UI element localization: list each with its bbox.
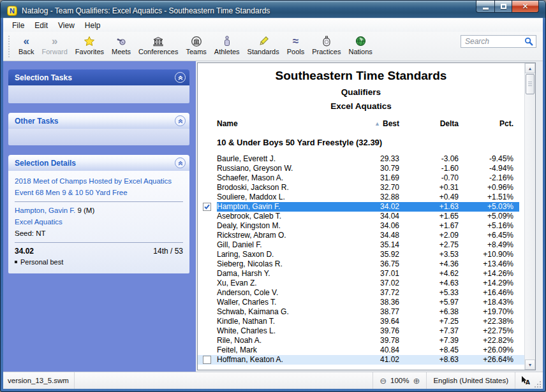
minimize-button[interactable]	[476, 1, 494, 13]
row-checkbox-cell[interactable]	[198, 212, 217, 221]
forward-icon: »	[52, 35, 57, 47]
pct-value: +5.03%	[459, 202, 519, 212]
row-checkbox-cell[interactable]	[198, 240, 217, 250]
row-checkbox-cell[interactable]	[198, 259, 217, 269]
maximize-button[interactable]	[494, 1, 512, 13]
col-delta[interactable]: Delta	[399, 119, 459, 128]
table-row[interactable]: Laring, Saxon D. 35.92 +3.53 +10.90%	[198, 250, 524, 259]
row-checkbox-cell[interactable]	[198, 326, 217, 336]
menu-edit[interactable]: Edit	[29, 20, 53, 31]
row-checkbox-cell[interactable]	[198, 298, 217, 307]
other-tasks-header[interactable]: Other Tasks	[8, 113, 189, 129]
col-pct[interactable]: Pct.	[459, 119, 519, 128]
row-checkbox-cell[interactable]	[198, 355, 217, 365]
table-row[interactable]: White, Charles L. 39.76 +7.37 +22.75%	[198, 326, 524, 336]
table-row[interactable]: Baurle, Everett J. 29.33 -3.06 -9.45%	[198, 154, 524, 164]
row-checkbox-cell[interactable]	[198, 173, 217, 183]
toolbar-grip[interactable]	[8, 36, 11, 57]
scrollbar-thumb[interactable]	[526, 74, 535, 94]
toolbar: « Back » Forward Favorites Meets Confere…	[3, 32, 543, 61]
scroll-down-button[interactable]: ▼	[525, 359, 535, 370]
table-row[interactable]: Hoffman, Keaton A. 41.02 +8.63 +26.64%	[198, 355, 524, 365]
table-row[interactable]: Hampton, Gavin F. 34.02 +1.63 +5.03%	[198, 202, 524, 212]
best-time: 38.36	[339, 298, 399, 307]
event-link[interactable]: Event 68 Men 9 & 10 50 Yard Free	[15, 187, 183, 198]
table-row[interactable]: Rickstrew, Abram O. 34.48 +2.09 +6.45%	[198, 231, 524, 240]
nations-button[interactable]: Nations	[345, 34, 376, 56]
athlete-name: Souliere, Maddox L.	[217, 192, 339, 202]
table-row[interactable]: Schwab, Kaimana G. 38.77 +6.38 +19.70%	[198, 307, 524, 317]
delta-value: +4.62	[399, 269, 459, 279]
back-button[interactable]: « Back	[15, 34, 38, 56]
col-name[interactable]: Name	[217, 119, 339, 128]
language-indicator[interactable]: English (United States)	[426, 372, 515, 389]
best-time: 37.02	[339, 279, 399, 288]
titlebar[interactable]: N Natalog - Team Qualifiers: Excel Aquat…	[1, 1, 545, 18]
best-time: 35.92	[339, 250, 399, 259]
meets-button[interactable]: Meets	[108, 34, 135, 56]
row-checkbox-cell[interactable]	[198, 345, 217, 355]
table-row[interactable]: Gill, Daniel F. 35.14 +2.75 +8.49%	[198, 240, 524, 250]
table-row[interactable]: Brodoski, Jackson R. 32.70 +0.31 +0.96%	[198, 183, 524, 192]
practices-button[interactable]: Practices	[308, 34, 344, 56]
standards-button[interactable]: Standards	[244, 34, 283, 56]
collapse-chevron-icon[interactable]	[175, 72, 186, 83]
best-time: 32.70	[339, 183, 399, 192]
close-button[interactable]: ✕	[512, 1, 539, 13]
row-checkbox-cell[interactable]	[198, 250, 217, 259]
table-row[interactable]: Russiano, Greyson W. 30.79 -1.60 -4.94%	[198, 164, 524, 173]
athletes-button[interactable]: Athletes	[210, 34, 244, 56]
collapse-chevron-icon[interactable]	[175, 157, 186, 168]
scrollbar-track[interactable]	[525, 95, 535, 359]
row-checkbox-cell[interactable]	[198, 288, 217, 298]
table-row[interactable]: Sieberg, Nicolas R. 36.75 +4.36 +13.46%	[198, 259, 524, 269]
row-checkbox-cell[interactable]	[198, 221, 217, 231]
row-checkbox-cell[interactable]	[198, 154, 217, 164]
table-row[interactable]: Souliere, Maddox L. 32.88 +0.49 +1.51%	[198, 192, 524, 202]
row-checkbox-cell[interactable]	[198, 317, 217, 326]
table-row[interactable]: Kindle, Nathan T. 39.64 +7.25 +22.38%	[198, 317, 524, 326]
conferences-button[interactable]: Conferences	[135, 34, 182, 56]
team-link[interactable]: Excel Aquatics	[15, 216, 183, 228]
menu-help[interactable]: Help	[80, 20, 106, 31]
meet-link[interactable]: 2018 Meet of Champs Hosted by Excel Aqua…	[15, 175, 183, 187]
pct-value: +14.26%	[459, 269, 519, 279]
row-checkbox-cell[interactable]	[198, 279, 217, 288]
row-checkbox-cell[interactable]	[198, 307, 217, 317]
forward-button[interactable]: » Forward	[38, 34, 71, 56]
table-row[interactable]: Dama, Harsh Y. 37.01 +4.62 +14.26%	[198, 269, 524, 279]
search-input[interactable]: Search	[461, 35, 536, 48]
delta-value: +4.63	[399, 279, 459, 288]
table-row[interactable]: Rile, Noah A. 39.78 +7.39 +22.82%	[198, 336, 524, 345]
resize-grip[interactable]	[535, 381, 542, 388]
zoom-out-icon[interactable]: ⊖	[380, 377, 387, 385]
input-language-button[interactable]: A	[515, 372, 534, 389]
table-row[interactable]: Schaefer, Mason A. 31.69 -0.70 -2.16%	[198, 173, 524, 183]
row-checkbox-cell[interactable]	[198, 231, 217, 240]
collapse-chevron-icon[interactable]	[175, 115, 186, 126]
row-checkbox-cell[interactable]	[198, 336, 217, 345]
selection-tasks-header[interactable]: Selection Tasks	[8, 69, 189, 85]
row-checkbox-cell[interactable]	[198, 269, 217, 279]
table-row[interactable]: Feitel, Mark 40.84 +8.45 +26.09%	[198, 345, 524, 355]
scroll-up-button[interactable]: ▲	[525, 63, 535, 73]
row-checkbox-cell[interactable]	[198, 202, 217, 212]
row-checkbox-cell[interactable]	[198, 164, 217, 173]
row-checkbox-cell[interactable]	[198, 192, 217, 202]
vertical-scrollbar[interactable]: ▲ ▼	[524, 63, 535, 370]
favorites-button[interactable]: Favorites	[71, 34, 108, 56]
menu-file[interactable]: File	[7, 20, 29, 31]
row-checkbox-cell[interactable]	[198, 183, 217, 192]
col-best[interactable]: ▲ Best	[339, 119, 399, 128]
table-row[interactable]: Asebrook, Caleb T. 34.04 +1.65 +5.09%	[198, 212, 524, 221]
table-row[interactable]: Waller, Charles T. 38.36 +5.97 +18.43%	[198, 298, 524, 307]
table-row[interactable]: Dealy, Kingston M. 34.06 +1.67 +5.16%	[198, 221, 524, 231]
table-row[interactable]: Anderson, Cole V. 37.72 +5.33 +16.46%	[198, 288, 524, 298]
pools-button[interactable]: ≈ Pools	[283, 34, 309, 56]
teams-button[interactable]: Teams	[182, 34, 210, 56]
menu-view[interactable]: View	[53, 20, 80, 31]
table-row[interactable]: Xu, Evan Z. 37.02 +4.63 +14.29%	[198, 279, 524, 288]
zoom-in-icon[interactable]: ⊕	[413, 377, 420, 385]
selection-details-header[interactable]: Selection Details	[8, 155, 189, 171]
athlete-link[interactable]: Hampton, Gavin F.	[15, 207, 75, 214]
